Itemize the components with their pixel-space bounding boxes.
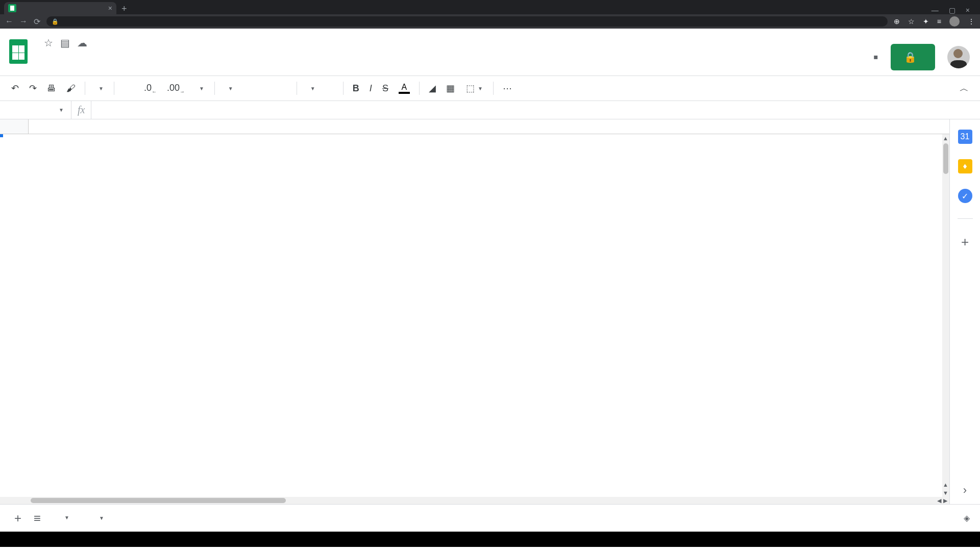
percent-button[interactable] [130,85,138,91]
browser-nav-bar: ← → ⟳ 🔒 ⊕ ☆ ✦ ≡ ⋮ [0,14,980,29]
browser-tab-active[interactable]: × [4,2,116,14]
account-avatar[interactable] [947,46,970,68]
merge-icon: ⬚ [466,83,475,94]
chevron-down-icon: ▼ [59,107,64,113]
borders-icon[interactable]: ▦ [442,80,459,97]
grid-body[interactable]: ▲ ▲ ▼ [0,134,949,497]
new-tab-button[interactable]: + [116,4,132,14]
last-edit-link[interactable] [138,53,148,57]
sheet-tab-2[interactable]: ▼ [84,508,114,528]
window-controls: — ▢ × [932,6,980,14]
comments-icon[interactable]: ▪ [873,49,878,65]
back-icon[interactable]: ← [5,17,13,26]
minimize-icon[interactable]: — [932,6,939,14]
add-sheet-button[interactable]: + [10,507,26,530]
increase-decimal-button[interactable]: .00→ [163,80,189,97]
menu-view[interactable] [59,53,69,57]
lock-share-icon: 🔒 [904,51,917,63]
close-window-icon[interactable]: × [966,6,970,14]
separator [114,82,114,95]
header-right: ▪ 🔒 [873,34,970,70]
separator [214,82,215,95]
chevron-down-icon: ▼ [99,515,104,521]
bold-button[interactable]: B [349,80,363,97]
number-format-dropdown[interactable]: ▼ [191,83,209,94]
all-sheets-button[interactable]: ≡ [30,507,45,530]
currency-button[interactable] [119,85,128,91]
menu-file[interactable] [37,53,47,57]
font-size-dropdown[interactable]: ▼ [302,83,338,94]
italic-button[interactable]: I [365,80,376,97]
browser-profile-avatar[interactable] [949,16,960,27]
chevron-down-icon: ▼ [99,86,104,91]
fill-color-icon[interactable]: ◢ [425,80,440,97]
select-all-corner[interactable] [0,119,29,134]
menu-data[interactable] [93,53,103,57]
menu-edit[interactable] [48,53,58,57]
lock-icon: 🔒 [52,18,59,25]
horizontal-scrollbar[interactable]: ◀▶ [0,497,949,504]
fx-icon: fx [71,104,91,116]
column-headers [0,119,949,134]
sheet-main: ▲ ▲ ▼ ◀▶ [0,119,949,504]
header-center: ☆ ▤ ☁ [37,34,868,57]
decrease-decimal-button[interactable]: .0← [140,80,161,97]
chevron-down-icon: ▼ [64,515,69,520]
explore-icon[interactable]: ◈ [964,513,970,523]
menu-help[interactable] [127,53,137,57]
zoom-dropdown[interactable]: ▼ [90,83,109,94]
tasks-icon[interactable]: ✓ [958,189,972,203]
separator [958,218,973,219]
tab-strip: × + — ▢ × [0,0,980,14]
menu-format[interactable] [82,53,92,57]
doc-title-row: ☆ ▤ ☁ [37,34,868,49]
app-header: ☆ ▤ ☁ ▪ 🔒 [0,29,980,70]
separator [297,82,297,95]
keep-icon[interactable]: ♦ [958,159,972,173]
zoom-icon[interactable]: ⊕ [894,17,900,26]
chevron-down-icon: ▼ [478,86,483,91]
undo-icon[interactable]: ↶ [7,80,23,97]
font-dropdown[interactable]: ▼ [220,83,291,94]
add-addon-icon[interactable]: + [961,234,969,250]
browser-menu-icon[interactable]: ⋮ [968,17,975,26]
calendar-icon[interactable]: 31 [958,130,972,144]
text-color-button[interactable]: A [395,81,414,96]
menu-tools[interactable] [104,53,114,57]
sheets-favicon [8,4,16,12]
sheet-tab-1[interactable]: ▼ [49,508,80,529]
collapse-toolbar-icon[interactable]: ︿ [955,79,973,97]
url-bar[interactable]: 🔒 [46,16,888,27]
menu-addons[interactable] [115,53,126,57]
separator [85,82,85,95]
vertical-scrollbar[interactable]: ▲ ▲ ▼ [942,134,949,497]
paint-format-icon[interactable]: 🖌 [62,80,80,97]
merge-dropdown[interactable]: ⬚ ▼ [461,80,488,97]
strikethrough-button[interactable]: S [378,80,393,97]
expand-side-panel-icon[interactable]: › [963,484,967,497]
formula-input[interactable] [91,101,980,119]
star-doc-icon[interactable]: ☆ [44,37,53,49]
reload-icon[interactable]: ⟳ [34,17,40,27]
chevron-down-icon: ▼ [228,86,233,91]
separator [419,82,420,95]
star-icon[interactable]: ☆ [908,17,915,26]
redo-icon[interactable]: ↷ [25,80,41,97]
maximize-icon[interactable]: ▢ [949,6,955,14]
menu-insert[interactable] [70,53,81,57]
close-tab-icon[interactable]: × [108,4,112,12]
forward-icon[interactable]: → [19,17,28,26]
share-button[interactable]: 🔒 [891,44,935,70]
side-panel: 31 ♦ ✓ + › [949,119,980,504]
reading-list-icon[interactable]: ≡ [937,17,941,26]
name-box[interactable]: ▼ [0,101,71,119]
extensions-icon[interactable]: ✦ [923,17,929,26]
bottom-bar [0,532,980,547]
print-icon[interactable]: 🖶 [43,80,60,97]
move-doc-icon[interactable]: ▤ [60,37,70,49]
formula-bar: ▼ fx [0,101,980,119]
browser-chrome: × + — ▢ × ← → ⟳ 🔒 ⊕ ☆ ✦ ≡ ⋮ [0,0,980,29]
more-toolbar-icon[interactable]: ⋯ [499,80,516,97]
cloud-status-icon[interactable]: ☁ [77,37,87,49]
sheets-logo[interactable] [5,34,32,69]
